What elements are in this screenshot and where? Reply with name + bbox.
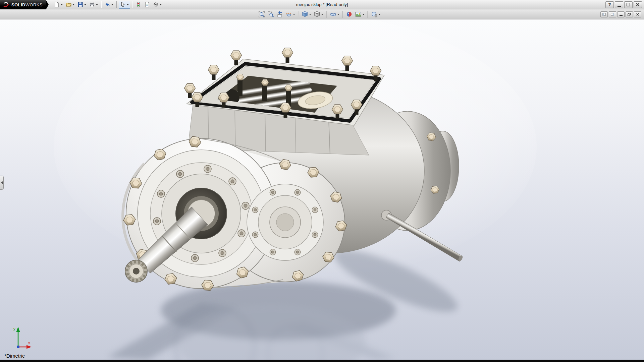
main-toolbar — [49, 1, 163, 9]
toolbar-separator — [116, 1, 117, 8]
heads-up-toolbar — [258, 10, 382, 19]
minimize-button[interactable] — [615, 1, 623, 8]
doc-minimize-button[interactable] — [617, 11, 625, 17]
select-button[interactable] — [119, 1, 130, 9]
options-button[interactable] — [152, 1, 163, 9]
dropdown-arrow-icon — [96, 4, 98, 5]
minimize-icon — [620, 15, 623, 16]
toolbar-separator — [101, 1, 102, 8]
minimize-icon — [618, 6, 621, 7]
doc-close-button[interactable] — [634, 11, 641, 17]
help-button[interactable]: ? — [605, 1, 614, 8]
dropdown-arrow-icon — [127, 4, 129, 5]
pane-toggle-left-button[interactable] — [600, 11, 608, 17]
open-folder-icon — [66, 2, 71, 7]
maximize-button[interactable] — [624, 1, 633, 8]
pane-left-icon — [602, 13, 606, 16]
zoom-to-fit-button[interactable] — [258, 10, 266, 19]
feature-panel-expander[interactable] — [0, 176, 4, 190]
dropdown-arrow-icon — [321, 14, 323, 15]
z-axis-dot — [17, 346, 19, 348]
help-label: ? — [608, 2, 611, 7]
select-cursor-icon — [120, 2, 126, 7]
new-document-button[interactable] — [53, 1, 64, 9]
gearbox-model[interactable] — [0, 19, 644, 360]
chevron-left-icon — [1, 181, 3, 184]
toolbar-separator — [326, 11, 327, 18]
print-button[interactable] — [88, 1, 99, 9]
solidworks-logo: SOLIDWORKS — [0, 0, 46, 9]
file-properties-button[interactable] — [143, 1, 151, 9]
dropdown-arrow-icon — [72, 4, 74, 5]
orientation-triad: y x — [5, 322, 34, 352]
right-flange — [247, 184, 323, 260]
zoom-to-area-button[interactable] — [267, 10, 275, 19]
hide-show-items-button[interactable] — [329, 10, 340, 19]
new-document-icon — [54, 2, 60, 7]
graphics-area[interactable]: y x *Dimetric — [0, 19, 644, 360]
toolbar-separator — [342, 11, 343, 18]
zoom-to-area-icon — [268, 11, 274, 17]
display-style-cube-icon — [314, 11, 320, 17]
pane-toggle-right-button[interactable] — [609, 11, 616, 17]
previous-view-button[interactable] — [276, 10, 284, 19]
open-button[interactable] — [64, 1, 76, 9]
restore-icon — [628, 13, 631, 16]
save-floppy-icon — [77, 2, 83, 7]
save-button[interactable] — [76, 1, 88, 9]
edit-appearance-ball-icon — [346, 11, 353, 17]
toolbar-separator — [298, 11, 299, 18]
options-gear-icon — [153, 2, 159, 7]
maximize-icon — [627, 3, 630, 6]
undo-button[interactable] — [103, 1, 115, 9]
close-icon — [636, 3, 640, 6]
dropdown-arrow-icon — [160, 4, 162, 5]
dropdown-arrow-icon — [363, 14, 365, 15]
y-axis-label: y — [13, 327, 15, 331]
pane-right-icon — [611, 13, 614, 16]
print-icon — [89, 2, 95, 7]
dropdown-arrow-icon — [61, 4, 63, 5]
section-view-icon — [286, 11, 292, 17]
dassault-logo-icon — [3, 1, 9, 8]
view-settings-button[interactable] — [370, 10, 382, 19]
logo-text: SOLIDWORKS — [11, 2, 43, 8]
previous-view-icon — [277, 11, 283, 17]
undo-icon — [105, 2, 110, 7]
view-orientation-label: *Dimetric — [4, 353, 25, 359]
rebuild-traffic-light-icon — [136, 2, 141, 7]
section-view-button[interactable] — [285, 10, 296, 19]
x-axis-label: x — [28, 341, 30, 345]
apply-scene-button[interactable] — [354, 10, 366, 19]
heads-up-bar — [0, 9, 644, 19]
dropdown-arrow-icon — [84, 4, 86, 5]
file-properties-icon — [144, 2, 150, 7]
logo-notch — [46, 0, 49, 9]
window-controls: ? — [605, 1, 644, 8]
view-orientation-cube-icon — [302, 11, 308, 17]
doc-restore-button[interactable] — [626, 11, 633, 17]
hide-show-glasses-icon — [330, 11, 336, 17]
dropdown-arrow-icon — [337, 14, 339, 15]
solidworks-window: SOLIDWORKS — [0, 0, 644, 362]
titlebar: SOLIDWORKS — [0, 0, 644, 9]
zoom-to-fit-icon — [259, 11, 265, 17]
rebuild-button[interactable] — [134, 1, 143, 9]
document-window-controls — [600, 11, 644, 17]
dropdown-arrow-icon — [379, 14, 381, 15]
dropdown-arrow-icon — [293, 14, 295, 15]
dropdown-arrow-icon — [309, 14, 311, 15]
toolbar-separator — [368, 11, 368, 18]
view-orientation-button[interactable] — [301, 10, 312, 19]
edit-appearance-button[interactable] — [345, 10, 354, 19]
apply-scene-icon — [355, 11, 362, 17]
toolbar-separator — [132, 1, 132, 8]
display-style-button[interactable] — [313, 10, 324, 19]
dropdown-arrow-icon — [111, 4, 113, 5]
close-icon — [636, 13, 639, 16]
bottom-edge-strip — [0, 360, 644, 362]
close-button[interactable] — [634, 1, 642, 8]
view-settings-icon — [371, 11, 378, 17]
